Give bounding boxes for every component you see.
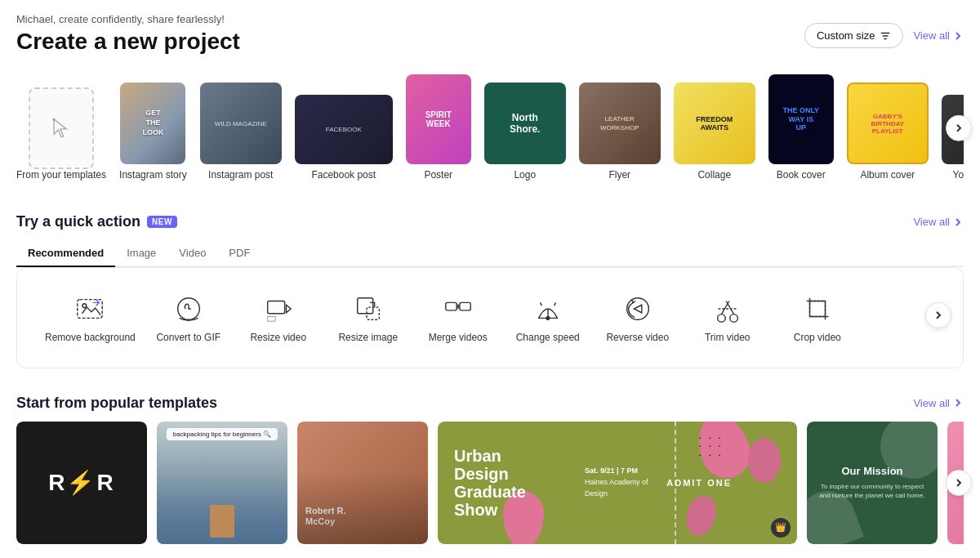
- speed-icon: [530, 291, 566, 327]
- tab-pdf[interactable]: PDF: [217, 240, 261, 267]
- template-item-poster[interactable]: SPIRITWEEK Poster: [406, 74, 471, 181]
- svg-rect-11: [460, 302, 470, 310]
- filter-icon: [880, 30, 891, 42]
- popular-templates-section: Start from popular templates View all R⚡…: [16, 395, 964, 544]
- quick-action-label: Convert to GIF: [156, 332, 220, 345]
- logo-thumb: NorthShore.: [484, 83, 566, 164]
- quick-actions-tabs: Recommended Image Video PDF: [16, 240, 964, 267]
- quick-action-label: Resize image: [338, 332, 398, 345]
- template-item-flyer[interactable]: LEATHERWORKSHOP Flyer: [579, 83, 661, 181]
- template-label: Instagram story: [119, 169, 187, 181]
- popular-template-mission[interactable]: Our Mission To inspire our community to …: [807, 422, 938, 544]
- tab-image[interactable]: Image: [115, 240, 167, 267]
- template-label: YouTube thumbnail: [952, 169, 964, 181]
- trim-icon: [710, 291, 746, 327]
- popular-template-robert[interactable]: Robert R.McCoy: [297, 422, 428, 544]
- quick-actions-view-all-link[interactable]: View all: [913, 216, 964, 228]
- quick-action-label: Change speed: [516, 332, 580, 345]
- templates-scroll-container: From your templates GETTHELOOK Instagram…: [16, 74, 964, 187]
- template-label: Flyer: [608, 169, 630, 181]
- crop-icon: [800, 291, 835, 327]
- template-item-facebook-post[interactable]: FACEBOOK Facebook post: [295, 95, 393, 181]
- quick-action-label: Resize video: [250, 332, 306, 345]
- template-item-book-cover[interactable]: THE ONLYWAY ISUP Book cover: [768, 74, 834, 181]
- page-title: Create a new project: [16, 29, 240, 55]
- resize-image-icon: [350, 291, 386, 327]
- crown-badge: 👑: [771, 518, 791, 538]
- templates-view-all-link[interactable]: View all: [913, 29, 964, 42]
- cursor-icon: [47, 114, 76, 143]
- flyer-thumb: LEATHERWORKSHOP: [579, 83, 661, 164]
- svg-rect-8: [357, 298, 372, 314]
- popular-view-all-link[interactable]: View all: [913, 397, 964, 409]
- svg-point-3: [52, 118, 56, 121]
- svg-rect-10: [446, 302, 457, 310]
- quick-actions-row: Remove background Co: [37, 284, 943, 351]
- quick-action-label: Reverse video: [606, 332, 669, 345]
- svg-point-15: [730, 315, 738, 323]
- quick-action-trim-video[interactable]: Trim video: [683, 284, 773, 351]
- reverse-icon: [620, 291, 656, 327]
- template-label: Book cover: [777, 169, 826, 181]
- template-label: Facebook post: [311, 169, 376, 181]
- quick-actions-section: Try a quick action NEW View all Recommen…: [16, 213, 964, 368]
- template-label: Instagram post: [208, 169, 273, 181]
- book-cover-thumb: THE ONLYWAY ISUP: [768, 74, 834, 164]
- quick-action-label: Remove background: [45, 332, 136, 345]
- popular-template-backpacking[interactable]: backpacking tips for beginners 🔍: [157, 422, 287, 544]
- greeting-text: Michael, create confidently, share fearl…: [16, 13, 240, 25]
- quick-action-merge-videos[interactable]: Merge videos: [413, 284, 503, 351]
- new-badge: NEW: [147, 216, 177, 228]
- from-templates-thumb: [29, 87, 94, 169]
- quick-action-crop-video[interactable]: Crop video: [773, 284, 862, 351]
- quick-action-remove-bg[interactable]: Remove background: [37, 284, 144, 351]
- template-label: Poster: [424, 169, 452, 181]
- quick-action-reverse-video[interactable]: Reverse video: [593, 284, 683, 351]
- quick-actions-title: Try a quick action NEW: [16, 213, 177, 230]
- svg-point-12: [546, 317, 550, 320]
- quick-actions-scroll-right-button[interactable]: [925, 302, 951, 328]
- templates-carousel: From your templates GETTHELOOK Instagram…: [16, 74, 964, 187]
- custom-size-label: Custom size: [817, 29, 875, 42]
- popular-templates-title: Start from popular templates: [16, 395, 217, 412]
- quick-action-change-speed[interactable]: Change speed: [503, 284, 593, 351]
- popular-templates-grid: R⚡R backpacking tips for beginners 🔍: [16, 422, 964, 544]
- popular-template-rr[interactable]: R⚡R: [16, 422, 147, 544]
- template-item-instagram-post[interactable]: WILD MAGAZINE Instagram post: [200, 83, 282, 181]
- template-item-from-templates[interactable]: From your templates: [16, 87, 106, 181]
- instagram-post-thumb: WILD MAGAZINE: [200, 83, 282, 164]
- tab-recommended[interactable]: Recommended: [16, 240, 115, 267]
- popular-templates-scroll-right-button[interactable]: [946, 470, 972, 496]
- remove-bg-icon: [72, 291, 108, 327]
- quick-action-label: Merge videos: [429, 332, 488, 345]
- quick-action-resize-video[interactable]: Resize video: [234, 284, 323, 351]
- chevron-right-icon: [952, 217, 964, 228]
- templates-scroll-right-button[interactable]: [946, 115, 972, 141]
- facebook-post-thumb: FACEBOOK: [295, 95, 393, 164]
- popular-template-urban-design[interactable]: • • •• • •• • • UrbanDesignGraduateShow …: [438, 422, 797, 544]
- gif-icon: [171, 291, 207, 327]
- quick-action-resize-image[interactable]: Resize image: [323, 284, 413, 351]
- quick-action-convert-gif[interactable]: Convert to GIF: [144, 284, 234, 351]
- popular-templates-wrapper: R⚡R backpacking tips for beginners 🔍: [16, 422, 964, 544]
- quick-action-label: Crop video: [794, 332, 841, 345]
- chevron-right-icon: [954, 478, 964, 488]
- resize-video-icon: [261, 291, 296, 327]
- svg-rect-7: [267, 301, 284, 314]
- poster-thumb: SPIRITWEEK: [406, 74, 471, 164]
- svg-point-14: [717, 315, 725, 323]
- chevron-right-icon: [952, 397, 964, 408]
- template-item-logo[interactable]: NorthShore. Logo: [484, 83, 566, 181]
- svg-point-13: [626, 298, 648, 320]
- template-item-instagram-story[interactable]: GETTHELOOK Instagram story: [119, 83, 187, 181]
- custom-size-button[interactable]: Custom size: [804, 23, 904, 48]
- chevron-right-icon: [952, 30, 964, 42]
- chevron-right-icon: [933, 310, 943, 320]
- quick-action-label: Trim video: [705, 332, 751, 345]
- tab-video[interactable]: Video: [167, 240, 217, 267]
- template-item-album-cover[interactable]: GABBY'SBIRTHDAYPLAYLIST Album cover: [847, 83, 929, 181]
- template-label: Collage: [697, 169, 731, 181]
- template-item-collage[interactable]: FREEDOMAWAITS Collage: [674, 83, 755, 181]
- template-label: From your templates: [16, 169, 106, 181]
- collage-thumb: FREEDOMAWAITS: [674, 83, 755, 164]
